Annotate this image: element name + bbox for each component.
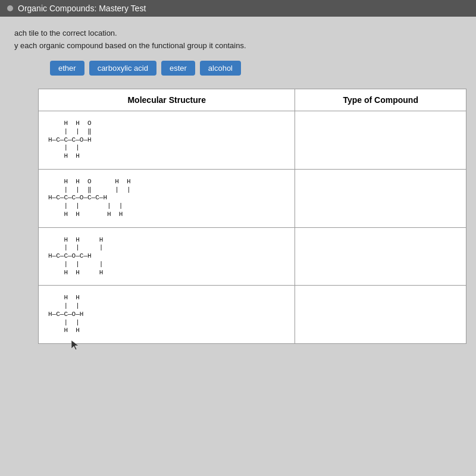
type-cell-2[interactable] [295,169,466,227]
molecule-3: H H H | | | H—C—C—O—C—H | | | H H H [48,236,103,277]
tile-ether[interactable]: ether [50,61,84,76]
top-bar: Organic Compounds: Mastery Test [0,0,476,17]
molecule-4: H H | | H—C—C—O—H | | H H [48,294,83,335]
col-header-structure: Molecular Structure [39,89,295,111]
structure-cell-4: H H | | H—C—C—O—H | | H H [39,286,295,344]
structure-cell-1: H H O | | ‖ H—C—C—C—O—H | | H H [39,111,295,170]
table-row: H H O | | ‖ H—C—C—C—O—H | | H H [39,111,466,170]
tile-alcohol[interactable]: alcohol [200,61,241,76]
type-cell-4[interactable] [295,286,466,344]
instruction-line2: y each organic compound based on the fun… [14,41,462,50]
instruction-line1: ach tile to the correct location. [14,29,462,37]
structure-cell-3: H H H | | | H—C—C—O—C—H | | | H H H [39,227,295,286]
col-header-type: Type of Compound [295,89,466,111]
table-row: H H | | H—C—C—O—H | | H H [39,286,466,344]
molecule-1: H H O | | ‖ H—C—C—C—O—H | | H H [48,120,92,161]
content-area: ach tile to the correct location. y each… [0,17,476,356]
table-wrapper: Molecular Structure Type of Compound H H… [38,89,456,344]
type-cell-1[interactable] [295,111,466,170]
structure-cell-2: H H O H H | | ‖ | | H—C—C—C—O—C—C—H | | … [39,169,295,227]
type-cell-3[interactable] [295,227,466,286]
dot-icon [7,5,13,11]
tile-ester[interactable]: ester [161,61,195,76]
tiles-row: ether carboxylic acid ester alcohol [14,61,462,76]
page-title: Organic Compounds: Mastery Test [18,4,146,13]
table-row: H H H | | | H—C—C—O—C—H | | | H H H [39,227,466,286]
compound-table: Molecular Structure Type of Compound H H… [38,89,466,344]
tile-carboxylic-acid[interactable]: carboxylic acid [89,61,156,76]
table-row: H H O H H | | ‖ | | H—C—C—C—O—C—C—H | | … [39,169,466,227]
molecule-2: H H O H H | | ‖ | | H—C—C—C—O—C—C—H | | … [48,178,131,219]
